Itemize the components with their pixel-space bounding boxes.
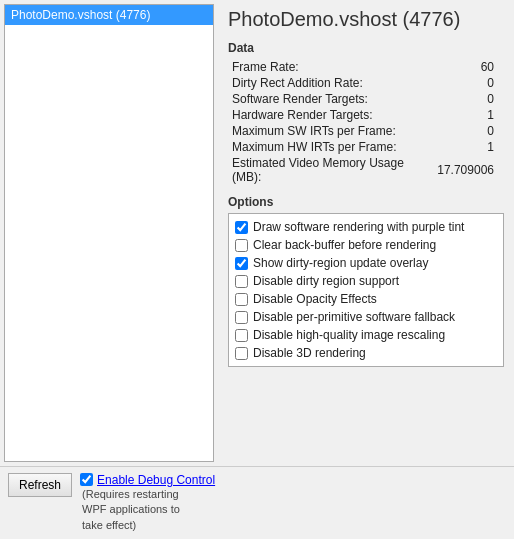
option-label[interactable]: Show dirty-region update overlay: [253, 256, 428, 270]
debug-subtext: (Requires restarting WPF applications to…: [82, 487, 215, 533]
row-value: 0: [433, 123, 504, 139]
row-value: 0: [433, 91, 504, 107]
row-key: Estimated Video Memory Usage (MB):: [228, 155, 433, 185]
option-row: Clear back-buffer before rendering: [235, 236, 497, 254]
debug-control: Enable Debug Control (Requires restartin…: [80, 473, 215, 533]
refresh-button[interactable]: Refresh: [8, 473, 72, 497]
option-label[interactable]: Disable 3D rendering: [253, 346, 366, 360]
option-label[interactable]: Disable high-quality image rescaling: [253, 328, 445, 342]
option-row: Disable per-primitive software fallback: [235, 308, 497, 326]
table-row: Dirty Rect Addition Rate:0: [228, 75, 504, 91]
row-key: Hardware Render Targets:: [228, 107, 433, 123]
row-value: 60: [433, 59, 504, 75]
debug-row: Enable Debug Control: [80, 473, 215, 487]
left-panel: PhotoDemo.vshost (4776): [4, 4, 214, 462]
debug-label[interactable]: Enable Debug Control: [97, 473, 215, 487]
row-key: Frame Rate:: [228, 59, 433, 75]
row-key: Software Render Targets:: [228, 91, 433, 107]
option-checkbox-4[interactable]: [235, 293, 248, 306]
option-checkbox-7[interactable]: [235, 347, 248, 360]
data-section-label: Data: [228, 41, 504, 55]
option-checkbox-3[interactable]: [235, 275, 248, 288]
option-row: Disable Opacity Effects: [235, 290, 497, 308]
option-row: Disable 3D rendering: [235, 344, 497, 362]
table-row: Estimated Video Memory Usage (MB):17.709…: [228, 155, 504, 185]
debug-checkbox[interactable]: [80, 473, 93, 486]
table-row: Maximum HW IRTs per Frame:1: [228, 139, 504, 155]
option-checkbox-5[interactable]: [235, 311, 248, 324]
options-section-label: Options: [228, 195, 504, 209]
option-label[interactable]: Disable dirty region support: [253, 274, 399, 288]
option-label[interactable]: Disable Opacity Effects: [253, 292, 377, 306]
table-row: Software Render Targets:0: [228, 91, 504, 107]
option-row: Draw software rendering with purple tint: [235, 218, 497, 236]
table-row: Frame Rate:60: [228, 59, 504, 75]
option-label[interactable]: Draw software rendering with purple tint: [253, 220, 464, 234]
page-title: PhotoDemo.vshost (4776): [228, 8, 504, 31]
row-value: 0: [433, 75, 504, 91]
row-key: Dirty Rect Addition Rate:: [228, 75, 433, 91]
option-row: Disable high-quality image rescaling: [235, 326, 497, 344]
data-table: Frame Rate:60Dirty Rect Addition Rate:0S…: [228, 59, 504, 185]
row-key: Maximum HW IRTs per Frame:: [228, 139, 433, 155]
option-checkbox-1[interactable]: [235, 239, 248, 252]
option-checkbox-6[interactable]: [235, 329, 248, 342]
option-label[interactable]: Disable per-primitive software fallback: [253, 310, 455, 324]
table-row: Maximum SW IRTs per Frame:0: [228, 123, 504, 139]
option-row: Disable dirty region support: [235, 272, 497, 290]
row-value: 1: [433, 139, 504, 155]
main-container: PhotoDemo.vshost (4776) PhotoDemo.vshost…: [0, 0, 514, 466]
row-key: Maximum SW IRTs per Frame:: [228, 123, 433, 139]
table-row: Hardware Render Targets:1: [228, 107, 504, 123]
option-checkbox-0[interactable]: [235, 221, 248, 234]
right-panel: PhotoDemo.vshost (4776) Data Frame Rate:…: [218, 0, 514, 466]
option-row: Show dirty-region update overlay: [235, 254, 497, 272]
row-value: 17.709006: [433, 155, 504, 185]
options-box: Draw software rendering with purple tint…: [228, 213, 504, 367]
list-item[interactable]: PhotoDemo.vshost (4776): [5, 5, 213, 25]
row-value: 1: [433, 107, 504, 123]
option-label[interactable]: Clear back-buffer before rendering: [253, 238, 436, 252]
bottom-bar: Refresh Enable Debug Control (Requires r…: [0, 466, 514, 539]
option-checkbox-2[interactable]: [235, 257, 248, 270]
